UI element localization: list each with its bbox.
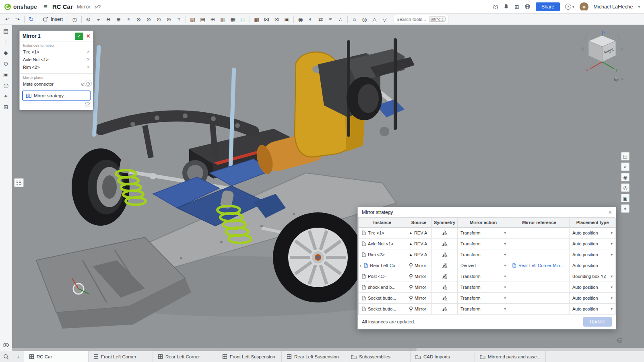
symmetry-cell[interactable] bbox=[432, 239, 458, 249]
configurations-panel-icon[interactable]: ▤ bbox=[621, 152, 630, 160]
horizontal-scrollbar[interactable] bbox=[12, 348, 644, 351]
placement-type-select[interactable]: Auto position ▾ bbox=[570, 304, 616, 315]
bill-of-materials-icon[interactable]: ▩ bbox=[252, 14, 262, 24]
planar-mate-icon[interactable]: ⌖ bbox=[124, 14, 134, 24]
mirror-action-select[interactable]: Transform ▾ bbox=[458, 271, 509, 282]
feature-tree-icon[interactable]: ▤ bbox=[3, 28, 8, 34]
instance-item[interactable]: Rear Left Corner <1> × bbox=[20, 71, 93, 74]
revolute-mate-icon[interactable]: ⊖ bbox=[103, 14, 114, 24]
comments-icon[interactable]: ⊙ bbox=[4, 61, 8, 66]
accept-button[interactable]: ✓ bbox=[75, 33, 83, 40]
display-states-icon[interactable]: ◉ bbox=[295, 14, 305, 24]
mirror-action-select[interactable]: Transform ▾ bbox=[458, 239, 509, 249]
revision-history-icon[interactable]: ◷ bbox=[70, 14, 80, 24]
feature-pattern-icon[interactable]: ▦ bbox=[228, 14, 238, 24]
cylindrical-mate-icon[interactable]: ⊗ bbox=[134, 14, 144, 24]
symmetry-cell[interactable] bbox=[432, 249, 458, 260]
pin-slot-mate-icon[interactable]: ⊘ bbox=[144, 14, 154, 24]
custom-tables-icon[interactable]: ▣ bbox=[3, 72, 8, 77]
disable-icon[interactable]: ⊘ bbox=[81, 82, 85, 87]
mirror-reference-link[interactable]: Rear Left Corner-Mirro... bbox=[518, 263, 566, 268]
section-view-panel-icon[interactable]: ◎ bbox=[621, 183, 630, 192]
mirror-strategy-button[interactable]: Mirror strategy... bbox=[22, 90, 91, 101]
search-tools-input[interactable] bbox=[396, 17, 427, 22]
3d-viewport[interactable]: Right z x y ▾ ▤ ◐ ◉ ◎ ▣ ⌖ bbox=[12, 25, 644, 351]
mirror-action-select[interactable]: Transform ▾ bbox=[458, 293, 509, 304]
tab-subassemblies[interactable]: Subassemblies bbox=[346, 351, 411, 362]
appearance-panel-icon[interactable]: ◐ bbox=[621, 162, 630, 171]
assembly-tree-toggle[interactable] bbox=[14, 178, 24, 187]
compare-icon[interactable]: ⇄ bbox=[316, 14, 326, 24]
frame-analysis-icon[interactable]: ∴ bbox=[336, 14, 346, 24]
placement-type-select[interactable]: Auto position ▾ bbox=[570, 249, 616, 260]
symmetry-cell[interactable] bbox=[432, 228, 458, 239]
insert-button[interactable]: Insert bbox=[40, 14, 66, 24]
update-button[interactable]: Update bbox=[583, 317, 612, 327]
mirror-action-select[interactable]: Transform ▾ bbox=[458, 228, 509, 239]
instance-item[interactable]: Rim <2> × bbox=[20, 63, 93, 71]
share-button[interactable]: Share bbox=[536, 2, 560, 11]
symmetry-cell[interactable] bbox=[432, 271, 458, 282]
tangent-mate-icon[interactable]: ⌗ bbox=[174, 14, 184, 24]
instance-item[interactable]: Axle Nut <1> × bbox=[20, 56, 93, 63]
measure-icon[interactable]: △ bbox=[369, 14, 380, 24]
mirror-action-select[interactable]: Derived ▾ bbox=[458, 260, 509, 271]
scrollbar-thumb[interactable] bbox=[12, 348, 417, 351]
dialog-help-icon[interactable]: ? bbox=[85, 102, 90, 107]
ball-mate-icon[interactable]: ⊙ bbox=[154, 14, 164, 24]
onshape-logo[interactable]: onshape bbox=[4, 3, 37, 10]
placement-type-select[interactable]: Bounding box YZ ▾ bbox=[570, 271, 616, 282]
search-tabs-icon[interactable] bbox=[0, 351, 12, 362]
circular-pattern-icon[interactable]: ▥ bbox=[218, 14, 228, 24]
symmetry-cell[interactable] bbox=[432, 293, 458, 304]
rollback-clock-icon[interactable]: ◷ bbox=[85, 80, 92, 87]
fastened-mate-icon[interactable]: ◒ bbox=[93, 14, 103, 24]
history-panel-icon[interactable]: ◷ bbox=[3, 82, 8, 88]
remove-instance-icon[interactable]: × bbox=[87, 49, 90, 55]
mass-properties-icon[interactable]: ▽ bbox=[380, 14, 390, 24]
main-menu-icon[interactable]: ≡ bbox=[43, 3, 47, 11]
view-options-menu[interactable]: ▾ bbox=[613, 76, 623, 82]
panel-close-icon[interactable]: × bbox=[608, 209, 612, 215]
globe-icon[interactable] bbox=[524, 4, 530, 10]
placement-type-select[interactable]: Auto position ▾ bbox=[570, 228, 616, 239]
default-geometry-icon[interactable]: ⌂ bbox=[349, 14, 359, 24]
tab-rc-car[interactable]: RC Car bbox=[24, 351, 89, 362]
avatar[interactable] bbox=[580, 2, 588, 11]
mirror-action-select[interactable]: Transform ▾ bbox=[458, 304, 509, 315]
redo-icon[interactable]: ↷ bbox=[12, 14, 23, 24]
interference-check-icon[interactable]: ⋈ bbox=[262, 14, 272, 24]
simulation-icon[interactable]: ≈ bbox=[326, 14, 336, 24]
linear-pattern-icon[interactable]: ⊞ bbox=[208, 14, 218, 24]
section-view-icon[interactable]: ◎ bbox=[359, 14, 369, 24]
notifications-bell-icon[interactable] bbox=[503, 4, 509, 10]
display-states-panel-icon[interactable]: ◉ bbox=[621, 173, 630, 181]
symmetry-cell[interactable] bbox=[432, 304, 458, 315]
symmetry-cell[interactable] bbox=[432, 282, 458, 293]
exploded-view-icon[interactable]: ⊠ bbox=[272, 14, 282, 24]
workspace-name[interactable]: Mirror bbox=[77, 4, 91, 10]
mate-relation-icon[interactable]: ▤ bbox=[198, 14, 208, 24]
mirror-action-select[interactable]: Transform ▾ bbox=[458, 282, 509, 293]
undo-icon[interactable]: ↶ bbox=[2, 14, 12, 24]
insert-panel-icon[interactable]: + bbox=[4, 39, 7, 45]
mate-connector-icon[interactable]: ⊚ bbox=[83, 14, 93, 24]
named-views-panel-icon[interactable]: ▣ bbox=[621, 194, 630, 202]
mate-panel-icon[interactable]: ◆ bbox=[4, 50, 8, 56]
properties-panel-icon[interactable]: ⊞ bbox=[4, 104, 8, 110]
user-menu-caret-icon[interactable]: ▾ bbox=[638, 5, 640, 9]
user-name[interactable]: Michael LaFleche bbox=[594, 4, 633, 10]
remove-instance-icon[interactable]: × bbox=[87, 57, 90, 62]
tab-rear-left-corner[interactable]: Rear Left Corner bbox=[153, 351, 217, 362]
search-tools-box[interactable]: alt/⌥ c bbox=[394, 15, 448, 23]
tab-front-left-suspension[interactable]: Front Left Suspension bbox=[217, 351, 282, 362]
tab-mirrored-parts[interactable]: Mirrored parts and asse... bbox=[475, 351, 546, 362]
expand-row-icon[interactable]: › bbox=[360, 263, 361, 269]
symmetry-cell[interactable] bbox=[432, 260, 458, 271]
apps-grid-icon[interactable]: ⊞ bbox=[514, 4, 519, 10]
measure-panel-icon[interactable]: ⌖ bbox=[621, 204, 630, 213]
remove-instance-icon[interactable]: × bbox=[87, 64, 90, 70]
measure-panel-icon[interactable]: ⌖ bbox=[4, 93, 8, 99]
replicate-icon[interactable]: ◫ bbox=[238, 14, 248, 24]
placement-type-select[interactable]: Auto position ▾ bbox=[570, 293, 616, 304]
